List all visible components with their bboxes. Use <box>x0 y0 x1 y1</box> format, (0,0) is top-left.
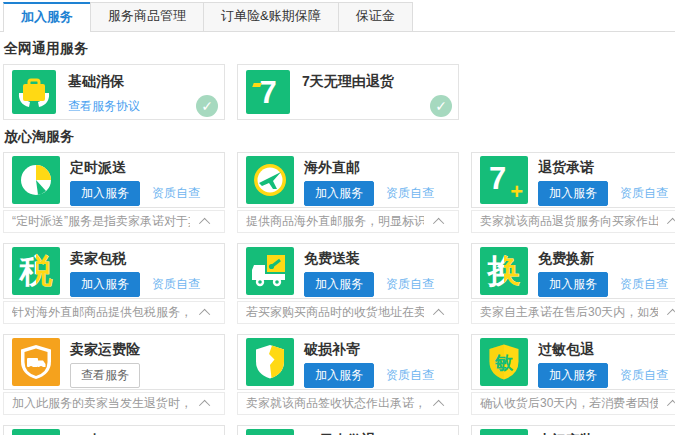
card-卖家包税: 税税卖家包税加入服务资质自查 <box>3 243 225 299</box>
service-card-row: 一对一学学15天未学退 上门安装 <box>3 425 675 435</box>
self-check-link[interactable]: 资质自查 <box>386 368 434 382</box>
freight-insurance-icon <box>12 338 60 386</box>
card-description: 加入此服务的卖家当发生退货时，产生的退货运... <box>12 395 190 412</box>
card-description-bar: 提供商品海外直邮服务，明显标识吸引海淘买家... <box>237 210 459 233</box>
card-海外直邮: 海外直邮加入服务资质自查 <box>237 152 459 208</box>
card-actions: 加入服务资质自查 <box>70 181 200 206</box>
service-card-row: 税税卖家包税加入服务资质自查针对海外直邮商品提供包税服务，降低买家海淘... 免… <box>3 243 675 334</box>
service-card: 破损补寄加入服务资质自查卖家就该商品签收状态作出承诺，自商品签收之... <box>237 334 459 425</box>
card-description-bar: “定时派送”服务是指卖家承诺对于其店铺内含有“... <box>3 210 225 233</box>
card-description-bar: 若买家购买商品时的收货地址在卖家承诺的区域... <box>237 301 459 324</box>
join-service-button[interactable]: 加入服务 <box>304 363 374 388</box>
card-title: 卖家包税 <box>70 250 126 268</box>
chevron-up-icon[interactable] <box>667 308 675 319</box>
service-card-grid: 定时派送加入服务资质自查“定时派送”服务是指卖家承诺对于其店铺内含有“... 海… <box>0 152 675 435</box>
service-card: 学学15天未学退 <box>237 425 459 435</box>
self-check-link[interactable]: 资质自查 <box>386 186 434 200</box>
chevron-up-icon[interactable] <box>433 217 444 228</box>
join-service-button[interactable]: 加入服务 <box>538 363 608 388</box>
general-card: 77天无理由退货✓ <box>237 64 459 120</box>
view-service-button[interactable]: 查看服务 <box>70 363 140 388</box>
study-refund-icon: 学学 <box>246 429 294 435</box>
self-check-link[interactable]: 资质自查 <box>620 368 668 382</box>
section-fangxintao: 放心淘服务 定时派送加入服务资质自查“定时派送”服务是指卖家承诺对于其店铺内含有… <box>0 128 675 435</box>
self-check-link[interactable]: 资质自查 <box>152 277 200 291</box>
card-破损补寄: 破损补寄加入服务资质自查 <box>237 334 459 390</box>
insurance-briefcase-icon <box>12 70 56 114</box>
self-check-link[interactable]: 资质自查 <box>386 277 434 291</box>
card-actions: 加入服务资质自查 <box>304 272 434 297</box>
chevron-up-icon[interactable] <box>667 399 675 410</box>
card-免费换新: 换换免费换新加入服务资质自查 <box>471 243 675 299</box>
service-card: 定时派送加入服务资质自查“定时派送”服务是指卖家承诺对于其店铺内含有“... <box>3 152 225 243</box>
join-service-button[interactable]: 加入服务 <box>538 181 608 206</box>
self-check-link[interactable]: 资质自查 <box>152 186 200 200</box>
joined-check-icon: ✓ <box>196 95 218 117</box>
self-check-link[interactable]: 资质自查 <box>620 277 668 291</box>
card-description-bar: 针对海外直邮商品提供包税服务，降低买家海淘... <box>3 301 225 324</box>
card-actions: 加入服务资质自查 <box>538 363 668 388</box>
card-title: 定时派送 <box>70 159 126 177</box>
chevron-up-icon[interactable] <box>433 308 444 319</box>
tab-service-item-management[interactable]: 服务商品管理 <box>90 2 204 31</box>
card-description: 若买家购买商品时的收货地址在卖家承诺的区域... <box>246 304 424 321</box>
one-to-one-icon <box>12 429 60 435</box>
card-基础消保: 基础消保查看服务协议✓ <box>3 64 225 120</box>
seven-day-return-icon: 7 <box>246 70 290 114</box>
service-card: 上门安装 <box>471 425 675 435</box>
service-card: 海外直邮加入服务资质自查提供商品海外直邮服务，明显标识吸引海淘买家... <box>237 152 459 243</box>
card-actions: 查看服务 <box>70 363 140 388</box>
card-卖家运费险: 卖家运费险查看服务 <box>3 334 225 390</box>
chevron-up-icon[interactable] <box>199 308 210 319</box>
section-title-fangxintao: 放心淘服务 <box>4 128 675 146</box>
service-card: 敏过敏包退加入服务资质自查确认收货后30天内，若消费者因使用该商品引... <box>471 334 675 425</box>
tab-bar: 加入服务服务商品管理订单险&账期保障保证金 <box>0 0 675 32</box>
tab-join-service[interactable]: 加入服务 <box>3 2 91 32</box>
chevron-up-icon[interactable] <box>199 399 210 410</box>
join-service-button[interactable]: 加入服务 <box>70 272 140 297</box>
card-actions: 加入服务资质自查 <box>538 272 668 297</box>
join-service-button[interactable]: 加入服务 <box>70 181 140 206</box>
join-service-button[interactable]: 加入服务 <box>538 272 608 297</box>
card-description: 确认收货后30天内，若消费者因使用该商品引... <box>480 395 658 412</box>
card-过敏包退: 敏过敏包退加入服务资质自查 <box>471 334 675 390</box>
svg-text:敏: 敏 <box>494 353 514 373</box>
service-card: 税税卖家包税加入服务资质自查针对海外直邮商品提供包税服务，降低买家海淘... <box>3 243 225 334</box>
card-description-bar: 确认收货后30天内，若消费者因使用该商品引... <box>471 392 675 415</box>
card-description: “定时派送”服务是指卖家承诺对于其店铺内含有“... <box>12 213 190 230</box>
service-card: 卖家运费险查看服务加入此服务的卖家当发生退货时，产生的退货运... <box>3 334 225 425</box>
service-card-row: 定时派送加入服务资质自查“定时派送”服务是指卖家承诺对于其店铺内含有“... 海… <box>3 152 675 243</box>
card-description: 卖家自主承诺在售后30天内，如发现商品出现... <box>480 304 658 321</box>
section-general: 全网通用服务 基础消保查看服务协议✓77天无理由退货✓ <box>0 40 675 120</box>
chevron-up-icon[interactable] <box>199 217 210 228</box>
tab-order-insurance[interactable]: 订单险&账期保障 <box>203 2 339 31</box>
door-install-icon <box>480 429 528 435</box>
section-title-general: 全网通用服务 <box>4 40 675 58</box>
card-title: 免费送装 <box>304 250 360 268</box>
free-delivery-install-icon <box>246 247 294 295</box>
card-actions: 加入服务资质自查 <box>538 181 668 206</box>
return-promise-icon: 7+ <box>480 156 528 204</box>
join-service-button[interactable]: 加入服务 <box>304 272 374 297</box>
card-title: 基础消保 <box>68 73 124 91</box>
card-title: 破损补寄 <box>304 341 360 359</box>
self-check-link[interactable]: 资质自查 <box>620 186 668 200</box>
card-description: 卖家就该商品签收状态作出承诺，自商品签收之... <box>246 395 424 412</box>
card-title: 7天无理由退货 <box>302 73 394 91</box>
service-card: 换换免费换新加入服务资质自查卖家自主承诺在售后30天内，如发现商品出现... <box>471 243 675 334</box>
tab-deposit[interactable]: 保证金 <box>338 2 413 31</box>
chevron-up-icon[interactable] <box>667 217 675 228</box>
view-agreement-link[interactable]: 查看服务协议 <box>68 98 140 115</box>
card-actions: 加入服务资质自查 <box>304 363 434 388</box>
chevron-up-icon[interactable] <box>433 399 444 410</box>
card-description-bar: 卖家就该商品退货服务向买家作出承诺，自商品... <box>471 210 675 233</box>
card-description: 提供商品海外直邮服务，明显标识吸引海淘买家... <box>246 213 424 230</box>
card-title: 海外直邮 <box>304 159 360 177</box>
service-card-row: 卖家运费险查看服务加入此服务的卖家当发生退货时，产生的退货运... 破损补寄加入… <box>3 334 675 425</box>
overseas-direct-mail-icon <box>246 156 294 204</box>
general-card-grid: 基础消保查看服务协议✓77天无理由退货✓ <box>3 64 675 120</box>
join-service-button[interactable]: 加入服务 <box>304 181 374 206</box>
damage-reship-icon <box>246 338 294 386</box>
card-定时派送: 定时派送加入服务资质自查 <box>3 152 225 208</box>
free-exchange-icon: 换换 <box>480 247 528 295</box>
